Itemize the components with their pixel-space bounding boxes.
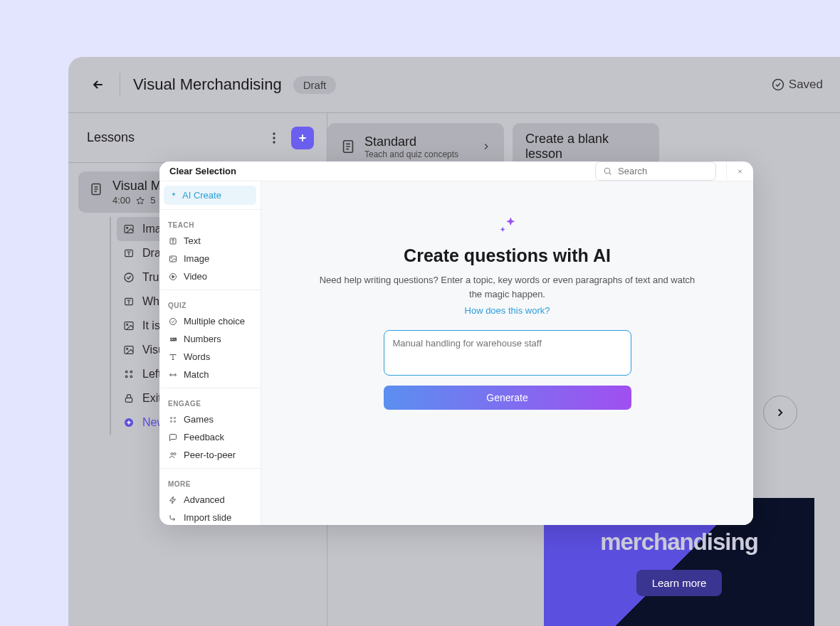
menu-item-match[interactable]: Match — [159, 366, 261, 383]
sparkles-icon — [495, 216, 520, 237]
svg-point-31 — [174, 420, 176, 422]
category-more: MORE — [159, 473, 261, 491]
svg-point-8 — [125, 273, 133, 282]
more-options-button[interactable] — [263, 127, 285, 149]
image-icon — [122, 223, 135, 235]
card-title: Create a blank lesson — [525, 132, 646, 161]
category-quiz: QUIZ — [159, 295, 261, 312]
menu-item-image[interactable]: Image — [159, 250, 261, 267]
lesson-stars: 5 — [150, 195, 155, 206]
svg-point-32 — [171, 452, 173, 455]
chat-icon — [168, 433, 178, 442]
divider — [159, 290, 261, 290]
divider — [159, 388, 261, 388]
category-engage: ENGAGE — [159, 393, 261, 410]
menu-label: Advanced — [184, 494, 225, 505]
back-button[interactable] — [85, 72, 111, 97]
type-icon — [168, 352, 178, 362]
svg-rect-12 — [125, 346, 133, 354]
svg-point-11 — [127, 324, 128, 325]
how-does-this-work-link[interactable]: How does this work? — [465, 305, 550, 316]
check-icon — [122, 271, 135, 284]
card-title: Standard — [364, 134, 458, 149]
check-circle-icon — [772, 78, 784, 91]
header-bar: Visual Merchandising Draft Saved — [68, 57, 840, 113]
svg-point-28 — [171, 417, 172, 418]
search-input[interactable] — [618, 166, 703, 176]
import-icon — [168, 513, 178, 523]
saved-label: Saved — [789, 78, 823, 92]
menu-item-import[interactable]: Import slide — [159, 509, 261, 525]
category-teach: TEACH — [159, 214, 261, 232]
menu-item-feedback[interactable]: Feedback — [159, 428, 261, 446]
menu-label: Text — [184, 235, 201, 246]
svg-rect-18 — [125, 398, 132, 402]
menu-item-advanced[interactable]: Advanced — [159, 491, 261, 509]
svg-point-21 — [604, 168, 610, 174]
chevron-right-icon — [481, 142, 491, 152]
card-subtitle: Teach and quiz concepts — [364, 149, 458, 159]
modal-header: Clear Selection — [159, 161, 753, 181]
menu-item-peer[interactable]: Peer-to-peer — [159, 446, 261, 464]
menu-item-numbers[interactable]: 123Numbers — [159, 330, 261, 348]
svg-point-16 — [125, 376, 127, 378]
sparkle-icon — [169, 191, 178, 200]
next-arrow-button[interactable] — [763, 396, 797, 430]
ai-create-subtitle: Need help writing questions? Enter a top… — [318, 273, 696, 301]
close-button[interactable] — [726, 163, 743, 180]
svg-point-13 — [127, 348, 128, 349]
add-lesson-button[interactable] — [291, 127, 314, 149]
generate-button[interactable]: Generate — [384, 386, 631, 410]
ai-topic-input[interactable] — [384, 330, 631, 376]
menu-label: Numbers — [184, 334, 221, 344]
lesson-duration: 4:00 — [112, 195, 130, 206]
menu-label: Import slide — [184, 512, 231, 523]
close-icon — [737, 166, 743, 176]
menu-item-multiple-choice[interactable]: Multiple choice — [159, 312, 261, 330]
game-icon — [168, 415, 178, 425]
svg-point-2 — [273, 137, 275, 139]
lesson-title: Visual M — [112, 179, 162, 193]
page-title: Visual Merchandising — [133, 75, 282, 94]
numbers-icon: 123 — [168, 334, 178, 344]
slide-picker-modal: Clear Selection AI Create TEACH Text Ima… — [159, 161, 753, 525]
svg-point-24 — [171, 257, 172, 258]
svg-point-17 — [130, 376, 132, 378]
menu-item-words[interactable]: Words — [159, 348, 261, 366]
menu-label: Games — [184, 414, 214, 425]
ai-create-title: Create questions with AI — [404, 245, 611, 266]
search-icon — [603, 166, 612, 176]
search-box[interactable] — [595, 161, 716, 181]
menu-label: Multiple choice — [184, 316, 245, 327]
text-icon — [122, 295, 135, 308]
menu-item-video[interactable]: Video — [159, 267, 261, 285]
menu-label: Match — [184, 369, 209, 380]
menu-label: Video — [184, 271, 207, 282]
menu-item-text[interactable]: Text — [159, 232, 261, 250]
modal-content: Create questions with AI Need help writi… — [261, 181, 753, 525]
check-icon — [168, 317, 178, 327]
svg-rect-10 — [125, 322, 133, 330]
svg-point-0 — [772, 80, 783, 90]
ai-create-item[interactable]: AI Create — [164, 186, 256, 205]
image-icon — [122, 319, 135, 332]
svg-point-6 — [127, 227, 128, 228]
image-icon — [122, 344, 135, 356]
hero-text: merchandising — [600, 529, 758, 556]
menu-item-games[interactable]: Games — [159, 410, 261, 428]
lock-icon — [122, 392, 135, 405]
play-icon — [168, 272, 178, 282]
divider — [159, 468, 261, 469]
text-icon — [122, 247, 135, 260]
document-icon — [340, 139, 356, 154]
document-icon — [87, 180, 105, 198]
svg-rect-5 — [125, 226, 133, 233]
svg-point-33 — [174, 452, 176, 455]
modal-sidebar: AI Create TEACH Text Image Video QUIZ Mu… — [159, 181, 261, 525]
learn-more-button[interactable]: Learn more — [636, 570, 723, 596]
clear-selection-button[interactable]: Clear Selection — [169, 166, 236, 176]
match-icon — [122, 368, 135, 381]
svg-text:123: 123 — [170, 337, 177, 341]
arrows-icon — [168, 370, 178, 380]
ai-create-label: AI Create — [182, 190, 221, 201]
